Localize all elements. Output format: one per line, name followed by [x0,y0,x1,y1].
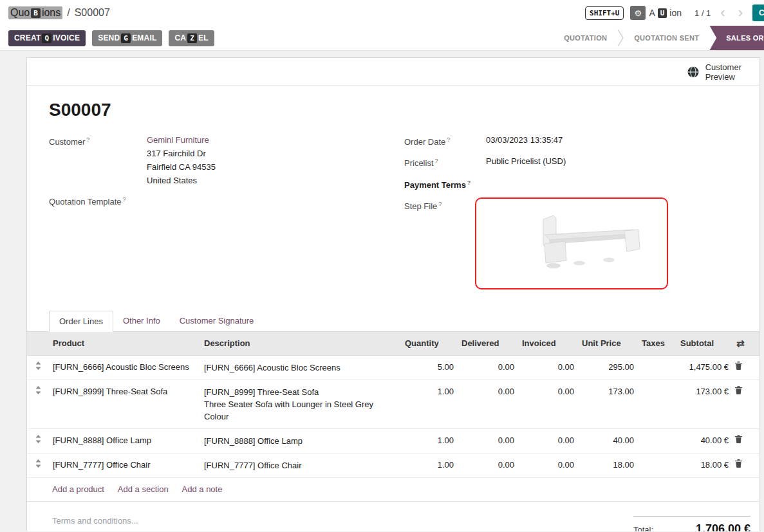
help-icon: ? [435,158,438,164]
accesskey-badge-send-email: G [121,33,131,43]
notebook-tabs: Order Lines Other Info Customer Signatur… [27,311,759,332]
breadcrumb: Quo B ions / S00007 [8,6,110,19]
clipped-create-button[interactable]: Cl [752,5,764,21]
delivered-cell[interactable]: 0.00 [458,453,518,477]
product-cell[interactable]: [FURN_8999] Three-Seat Sofa [49,380,200,428]
status-bar: QUOTATION QUOTATION SENT SALES ORDER [554,26,764,51]
subtotal-cell: 173.00 € [676,380,732,428]
order-date-field: Order Date? 03/03/2023 13:35:47 [404,133,738,149]
tab-customer-signature[interactable]: Customer Signature [170,311,264,331]
breadcrumb-quotations-link[interactable]: Quo B ions [8,6,62,19]
status-step-quotation-sent[interactable]: QUOTATION SENT [624,26,709,51]
send-email-text: SEND [98,33,120,42]
invoiced-cell[interactable]: 0.00 [518,428,578,453]
breadcrumb-current: S00007 [75,7,110,19]
action-menu-button[interactable]: ⚙ A U ion [630,6,682,20]
accesskey-badge-cancel: Z [187,33,197,43]
create-invoice-text: CREAT [14,33,41,42]
form-sheet: Customer Preview S00007 Customer? Gemini… [26,57,760,531]
add-a-section-link[interactable]: Add a section [118,484,169,494]
payment-terms-field: Payment Terms? [404,176,738,192]
chevron-separator-icon [617,29,624,47]
content-area: Customer Preview S00007 Customer? Gemini… [0,51,764,531]
unit-price-cell[interactable]: 173.00 [578,380,638,428]
pager-previous-icon[interactable]: ‹ [717,6,728,19]
unit-price-cell[interactable]: 18.00 [578,453,638,477]
step-file-3d-render [481,201,662,285]
description-cell[interactable]: [FURN_7777] Office Chair [200,453,401,477]
breadcrumb-parent-text: Quo [10,7,30,19]
product-cell[interactable]: [FURN_6666] Acoustic Bloc Screens [49,355,200,380]
invoiced-cell[interactable]: 0.00 [518,355,578,380]
delivered-cell[interactable]: 0.00 [458,355,518,380]
quotation-template-label: Quotation Template? [49,193,147,208]
step-file-image[interactable] [475,197,668,289]
tab-order-lines[interactable]: Order Lines [49,311,113,332]
send-email-button[interactable]: SENDGEMAIL [92,30,162,46]
unit-price-cell[interactable]: 295.00 [578,355,638,380]
field-column-left: Customer? Gemini Furniture 317 Fairchild… [49,133,393,295]
quantity-cell[interactable]: 1.00 [401,453,458,477]
order-date-label: Order Date? [404,133,486,149]
pager-next-icon[interactable]: › [735,6,746,19]
invoiced-cell[interactable]: 0.00 [518,453,578,477]
product-cell[interactable]: [FURN_8888] Office Lamp [49,428,200,453]
send-email-text-2: EMAIL [132,33,156,42]
delivered-cell[interactable]: 0.00 [458,380,518,428]
delete-row-icon[interactable] [735,435,742,443]
sheet-top-strip: Customer Preview [27,58,759,86]
drag-handle-icon[interactable] [35,459,41,468]
delete-row-icon[interactable] [735,386,742,394]
col-header-subtotal: Subtotal [676,332,732,356]
col-header-unit-price: Unit Price [578,332,638,356]
order-total: Total: 1,706.00 € [633,516,750,531]
pager-count: 1 / 1 [694,8,711,18]
tab-other-info[interactable]: Other Info [113,311,170,331]
description-cell[interactable]: [FURN_6666] Acoustic Bloc Screens [200,355,401,380]
cancel-button[interactable]: CAZEL [169,30,214,46]
quantity-cell[interactable]: 1.00 [401,380,458,428]
field-column-right: Order Date? 03/03/2023 13:35:47 Pricelis… [393,133,738,295]
delete-row-icon[interactable] [735,362,742,370]
col-header-taxes: Taxes [638,332,676,356]
order-date-value[interactable]: 03/03/2023 13:35:47 [486,133,563,147]
create-invoice-text-2: IVOICE [53,33,80,42]
pricelist-value[interactable]: Public Pricelist (USD) [486,154,566,168]
unit-price-cell[interactable]: 40.00 [578,428,638,453]
create-invoice-button[interactable]: CREATQIVOICE [8,30,86,46]
action-menu-label: A [649,8,655,18]
accesskey-badge-quotations: B [31,8,41,18]
add-a-product-link[interactable]: Add a product [52,484,104,494]
customer-link[interactable]: Gemini Furniture [147,135,209,145]
optional-columns-icon[interactable]: ⇄ [736,338,745,349]
description-cell[interactable]: [FURN_8999] Three-Seat Sofa Three Seater… [200,380,401,428]
drag-handle-icon[interactable] [35,435,41,443]
delete-row-icon[interactable] [735,459,742,468]
status-step-sales-order[interactable]: SALES ORDER [709,26,764,51]
pricelist-field: Pricelist? Public Pricelist (USD) [404,154,738,170]
drag-handle-icon[interactable] [35,386,41,394]
quantity-cell[interactable]: 5.00 [401,355,458,380]
description-cell[interactable]: [FURN_8888] Office Lamp [200,428,401,453]
order-line-row: [FURN_8888] Office Lamp [FURN_8888] Offi… [27,428,760,453]
product-cell[interactable]: [FURN_7777] Office Chair [49,453,200,477]
taxes-cell[interactable] [638,428,676,453]
topbar-right-controls: SHIFT+U ⚙ A U ion 1 / 1 ‹ › Cl [585,0,764,26]
terms-placeholder[interactable]: Terms and conditions... [52,516,138,526]
taxes-cell[interactable] [638,380,676,428]
order-line-row: [FURN_8999] Three-Seat Sofa [FURN_8999] … [27,380,760,428]
subtotal-cell: 40.00 € [676,428,732,453]
drag-handle-icon[interactable] [35,362,41,370]
pricelist-label: Pricelist? [404,154,486,170]
taxes-cell[interactable] [638,453,676,477]
status-step-quotation[interactable]: QUOTATION [554,26,617,51]
taxes-cell[interactable] [638,355,676,380]
quotation-template-field: Quotation Template? [49,193,393,208]
delivered-cell[interactable]: 0.00 [458,428,518,453]
quantity-cell[interactable]: 1.00 [401,428,458,453]
col-header-delivered: Delivered [458,332,518,356]
breadcrumb-separator: / [67,7,70,19]
add-a-note-link[interactable]: Add a note [182,484,223,494]
invoiced-cell[interactable]: 0.00 [518,380,578,428]
customer-preview-button[interactable]: Customer Preview [687,62,741,82]
